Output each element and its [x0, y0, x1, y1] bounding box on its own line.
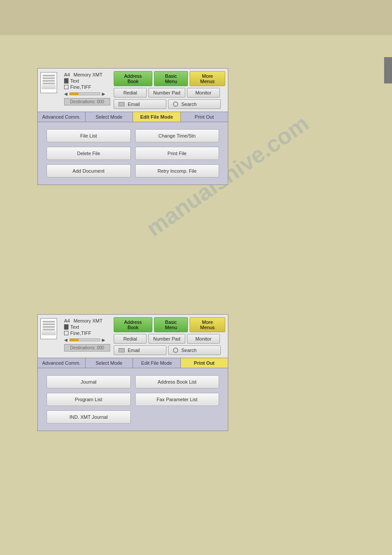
panel1-a4: A4: [64, 72, 70, 77]
panel2-ind-xmt-btn[interactable]: IND. XMT Journal: [47, 410, 131, 424]
vol-icon2b: ▶: [102, 337, 105, 342]
panel1-container: A4 Memory XMT Text Fine,TIFF ◀: [37, 68, 228, 185]
text-icon2: [64, 324, 68, 330]
panel1-monitor-btn[interactable]: Monitor: [187, 88, 220, 98]
panel1-add-document-btn[interactable]: Add Document: [47, 164, 131, 178]
panel2-memory: Memory XMT: [73, 318, 102, 323]
vol-icon1: ◀: [64, 91, 68, 96]
panel2-tab-advanced-comm[interactable]: Advanced Comm.: [38, 358, 86, 368]
panel2: A4 Memory XMT Text Fine,TIFF ◀: [37, 314, 228, 431]
panel1-tabs: Advanced Comm. Select Mode Edit File Mod…: [38, 112, 228, 122]
panel2-destinations: Destinations: 000: [64, 344, 110, 352]
panel2-top-row3: Email Search: [114, 345, 225, 355]
search-icon2: [173, 348, 178, 353]
panel2-text: Text: [70, 324, 79, 330]
panel2-tab-edit-file-mode[interactable]: Edit File Mode: [133, 358, 181, 368]
panel2-tabs: Advanced Comm. Select Mode Edit File Mod…: [38, 358, 228, 368]
panel2-a4: A4: [64, 318, 70, 323]
panel1-print-file-btn[interactable]: Print File: [135, 147, 219, 160]
panel2-top-row2: Redial Number Pad Monitor: [114, 334, 225, 344]
panel1-email-btn[interactable]: Email: [114, 99, 166, 109]
panel1-top-row2: Redial Number Pad Monitor: [114, 88, 225, 98]
panel1-file-list-btn[interactable]: File List: [47, 129, 131, 142]
panel1-search-btn[interactable]: Search: [168, 99, 221, 109]
panel2-address-book-btn[interactable]: Address Book: [114, 317, 152, 332]
text-icon1: [64, 78, 68, 83]
panel1-change-time-btn[interactable]: Change Time/Stn: [135, 129, 219, 142]
panel2-fax-parameter-btn[interactable]: Fax Parameter List: [135, 393, 219, 406]
panel1-text: Text: [70, 78, 79, 83]
panel2-body: Journal Address Book List Program List F…: [38, 368, 228, 431]
progress-bar1: [69, 92, 100, 95]
panel1-search-label: Search: [181, 102, 197, 107]
panel2-more-menus-btn[interactable]: More Menus: [190, 317, 225, 332]
panel1-top-buttons: Address Book Basic Menu More Menus Redia…: [114, 71, 225, 109]
progress-fill2: [70, 339, 79, 341]
panel2-basic-menu-btn[interactable]: Basic Menu: [154, 317, 188, 332]
panel2-info: A4 Memory XMT Text Fine,TIFF ◀: [64, 317, 110, 352]
resolution-icon1: [64, 85, 68, 89]
search-icon1: [173, 102, 178, 107]
panel1-email-label: Email: [128, 102, 140, 107]
progress-fill1: [70, 93, 79, 95]
panel1-top: A4 Memory XMT Text Fine,TIFF ◀: [38, 69, 228, 112]
panel2-email-btn[interactable]: Email: [114, 345, 166, 355]
panel1-top-row1: Address Book Basic Menu More Menus: [114, 71, 225, 86]
panel1-address-book-btn[interactable]: Address Book: [114, 71, 152, 86]
panel1-info: A4 Memory XMT Text Fine,TIFF ◀: [64, 71, 110, 105]
panel2-redial-btn[interactable]: Redial: [114, 334, 147, 344]
panel1-memory: Memory XMT: [73, 72, 102, 77]
panel1-more-menus-btn[interactable]: More Menus: [190, 71, 225, 86]
panel1-resolution: Fine,TIFF: [70, 84, 91, 90]
panel1-tab-advanced-comm[interactable]: Advanced Comm.: [38, 112, 86, 122]
panel1-tab-edit-file-mode[interactable]: Edit File Mode: [133, 112, 181, 122]
panel2-journal-btn[interactable]: Journal: [47, 375, 131, 388]
panel1: A4 Memory XMT Text Fine,TIFF ◀: [37, 68, 228, 185]
panel2-monitor-btn[interactable]: Monitor: [187, 334, 220, 344]
panel2-container: A4 Memory XMT Text Fine,TIFF ◀: [37, 314, 228, 431]
top-banner: [0, 0, 392, 35]
progress-bar2: [69, 338, 100, 341]
email-icon2: [119, 348, 125, 352]
right-accent-bar: [384, 57, 392, 83]
email-icon1: [119, 102, 125, 106]
panel2-email-label: Email: [128, 348, 140, 353]
panel2-search-btn[interactable]: Search: [168, 345, 221, 355]
panel1-tab-select-mode[interactable]: Select Mode: [86, 112, 133, 122]
panel2-doc-icon: [40, 317, 61, 340]
panel1-body: File List Change Time/Stn Delete File Pr…: [38, 122, 228, 185]
vol-icon1b: ▶: [102, 91, 105, 96]
panel2-search-label: Search: [181, 348, 197, 353]
panel1-number-pad-btn[interactable]: Number Pad: [148, 88, 185, 98]
panel2-number-pad-btn[interactable]: Number Pad: [148, 334, 185, 344]
panel1-top-row3: Email Search: [114, 99, 225, 109]
panel2-resolution: Fine,TIFF: [70, 330, 91, 336]
panel1-doc-icon: [40, 71, 61, 94]
panel2-address-book-list-btn[interactable]: Address Book List: [135, 375, 219, 388]
panel1-delete-file-btn[interactable]: Delete File: [47, 147, 131, 160]
resolution-icon2: [64, 331, 68, 335]
panel1-destinations: Destinations: 000: [64, 98, 110, 105]
panel2-tab-print-out[interactable]: Print Out: [181, 358, 228, 368]
panel2-tab-select-mode[interactable]: Select Mode: [86, 358, 133, 368]
panel1-basic-menu-btn[interactable]: Basic Menu: [154, 71, 188, 86]
vol-icon2: ◀: [64, 337, 68, 342]
panel1-retry-btn[interactable]: Retry Incomp. File: [135, 164, 219, 178]
panel2-top: A4 Memory XMT Text Fine,TIFF ◀: [38, 315, 228, 358]
panel1-tab-print-out[interactable]: Print Out: [181, 112, 228, 122]
panel2-top-row1: Address Book Basic Menu More Menus: [114, 317, 225, 332]
panel2-top-buttons: Address Book Basic Menu More Menus Redia…: [114, 317, 225, 355]
panel2-program-list-btn[interactable]: Program List: [47, 393, 131, 406]
panel1-redial-btn[interactable]: Redial: [114, 88, 147, 98]
